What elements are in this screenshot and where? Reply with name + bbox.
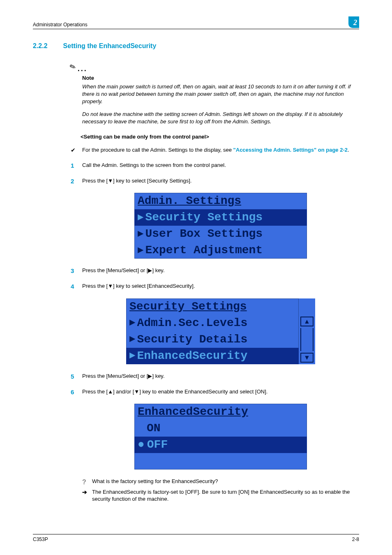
sub-heading: <Setting can be made only from the contr… — [81, 133, 359, 141]
note-paragraph-2: Do not leave the machine with the settin… — [82, 111, 359, 125]
cursor-right-icon: ▶ — [129, 333, 135, 346]
scroll-up-icon: ▲ — [300, 317, 314, 326]
lcd-title: Admin. Settings — [134, 193, 307, 209]
step-number: 5 — [71, 372, 76, 381]
scroll-down-icon: ▼ — [300, 353, 314, 363]
note-paragraph-1: When the main power switch is turned off… — [82, 83, 359, 105]
chapter-number-badge: 2 — [348, 16, 359, 28]
faq-question: What is the factory setting for the Enha… — [92, 478, 218, 485]
step-5-text: Press the [Menu/Select] or [▶] key. — [82, 372, 165, 380]
step-2-text: Press the [▼] key to select [Security Se… — [82, 177, 191, 185]
step-6-text: Press the [▲] and/or [▼] key to enable t… — [82, 388, 267, 395]
lcd-screenshot-enhanced-security: EnhancedSecurity ON ●OFF — [134, 404, 307, 469]
step-number: 2 — [71, 177, 76, 185]
faq-answer: The EnhancedSecurity is factory-set to [… — [92, 488, 359, 503]
lcd-row: ▶Security Details — [126, 331, 299, 348]
procedure-reference: For the procedure to call the Admin. Set… — [82, 146, 349, 154]
section-number: 2.2.2 — [33, 42, 48, 51]
lcd-row-selected: ▶Security Settings — [134, 209, 307, 226]
step-1-text: Call the Admin. Settings to the screen f… — [82, 162, 226, 169]
lcd-title: EnhancedSecurity — [134, 404, 307, 420]
lcd-row-selected: ▶EnhancedSecurity — [126, 348, 299, 364]
running-head: Administrator Operations — [33, 21, 88, 28]
step-number: 6 — [71, 388, 76, 396]
lcd-row: ▶Admin.Sec.Levels — [126, 315, 299, 331]
footer-page-number: 2-8 — [352, 536, 359, 543]
bullet-icon: ● — [138, 437, 145, 453]
step-number: 1 — [71, 162, 76, 170]
cursor-right-icon: ▶ — [138, 211, 143, 224]
note-label: Note — [82, 74, 359, 82]
arrow-right-icon: ➔ — [82, 488, 89, 496]
footer-model: C353P — [33, 536, 48, 543]
step-number: 4 — [71, 282, 76, 291]
cursor-right-icon: ▶ — [129, 316, 135, 329]
lcd-row: ▶User Box Settings — [134, 226, 307, 242]
ellipsis-icon: ... — [78, 65, 88, 73]
step-number: 3 — [71, 267, 76, 275]
cursor-right-icon: ▶ — [138, 244, 143, 257]
lcd-row: ON — [134, 420, 307, 437]
cross-reference-link[interactable]: "Accessing the Admin. Settings" on page … — [233, 147, 348, 153]
question-mark-icon: ? — [82, 478, 89, 487]
cursor-right-icon: ▶ — [138, 227, 143, 240]
scroll-track — [300, 328, 314, 351]
step-3-text: Press the [Menu/Select] or [▶] key. — [82, 267, 165, 274]
step-4-text: Press the [▼] key to select [EnhancedSec… — [82, 282, 195, 290]
lcd-row-selected: ●OFF — [134, 437, 307, 453]
section-title: Setting the EnhancedSecurity — [63, 42, 157, 51]
pencil-icon: ✎ — [68, 61, 77, 73]
cursor-right-icon: ▶ — [129, 349, 135, 362]
lcd-row: ▶Expert Adjustment — [134, 242, 307, 259]
lcd-screenshot-admin-settings: Admin. Settings ▶Security Settings ▶User… — [134, 193, 307, 259]
checkmark-icon: ✔ — [71, 146, 76, 154]
lcd-screenshot-security-settings: Security Settings ▶Admin.Sec.Levels ▶Sec… — [126, 298, 315, 364]
lcd-row-empty — [134, 453, 307, 469]
lcd-title: Security Settings — [126, 298, 299, 315]
